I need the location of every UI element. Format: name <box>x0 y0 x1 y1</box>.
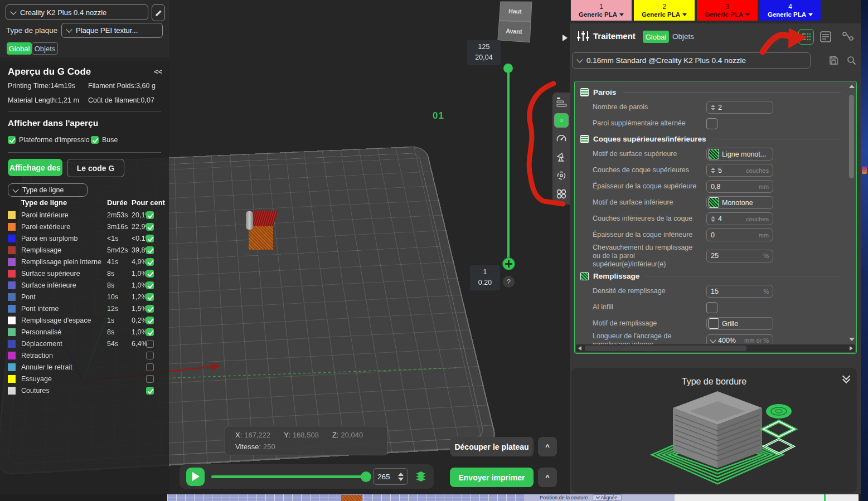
layer-slider-bottom-handle[interactable] <box>502 257 515 270</box>
tab-objects[interactable]: Objets <box>32 42 58 55</box>
slice-plate-button[interactable]: Découper le plateau <box>450 437 534 456</box>
printer-select[interactable]: Creality K2 Plus 0.4 nozzle <box>6 4 148 20</box>
view-cube-top-face[interactable]: Haut <box>499 2 532 22</box>
line-visibility-checkbox[interactable] <box>146 258 154 266</box>
print-options-button[interactable]: ^ <box>538 468 557 487</box>
line-visibility-checkbox[interactable] <box>146 270 154 278</box>
compare-nodes-icon[interactable] <box>842 31 855 43</box>
setting-control[interactable]: 0mm <box>706 228 773 241</box>
send-print-button[interactable]: Envoyer imprimer <box>450 468 534 487</box>
flow-tool[interactable] <box>554 187 569 201</box>
setting-control[interactable]: Ligne monot... <box>706 148 773 160</box>
checkbox-checked-icon[interactable] <box>8 136 16 144</box>
filament-slot-1[interactable]: 1Generic PLA <box>571 0 632 21</box>
animation-progress-slider[interactable] <box>211 475 366 478</box>
layer-slider-top-handle[interactable] <box>503 64 513 73</box>
process-tab-objects[interactable]: Objets <box>672 32 694 41</box>
line-visibility-checkbox[interactable] <box>146 293 154 301</box>
radar-tool[interactable] <box>554 150 569 164</box>
line-visibility-checkbox[interactable] <box>146 223 154 231</box>
show-nozzle-option[interactable]: Buse <box>91 136 118 144</box>
setting-control[interactable]: Grille <box>706 317 773 330</box>
scroll-down-icon[interactable] <box>849 338 855 341</box>
settings-scroll-area[interactable]: ParoisNombre de parois2Paroi supplémenta… <box>574 81 857 354</box>
tab-global[interactable]: Global <box>7 42 32 55</box>
profile-select[interactable]: 0.16mm Standard @Creality K2 Plus 0.4 no… <box>572 52 811 69</box>
collapse-panel-arrow-icon[interactable] <box>562 35 568 41</box>
view-cube-front-face[interactable]: Avant <box>497 21 531 42</box>
gcode-text-button[interactable]: Le code G <box>67 159 124 177</box>
parameter-table-icon[interactable] <box>820 31 831 42</box>
scroll-left-icon[interactable] <box>578 346 581 351</box>
stepper-icon[interactable] <box>711 216 715 222</box>
parameter-list-button[interactable] <box>798 29 814 45</box>
line-visibility-checkbox[interactable] <box>146 352 154 359</box>
line-visibility-checkbox[interactable] <box>146 340 154 348</box>
setting-checkbox[interactable] <box>706 118 717 129</box>
setting-checkbox[interactable] <box>706 302 717 313</box>
line-type-row: Pont10s1,2% <box>0 291 169 303</box>
step-spinner[interactable]: 265 <box>373 468 408 485</box>
setting-control[interactable]: 4couches <box>706 212 773 225</box>
save-icon[interactable] <box>829 56 838 65</box>
setting-control[interactable]: 15% <box>706 285 773 298</box>
scroll-up-icon[interactable] <box>849 85 855 88</box>
slice-options-button[interactable]: ^ <box>538 437 557 456</box>
layers-icon[interactable] <box>415 471 427 482</box>
setting-value: 0 <box>711 231 715 239</box>
setting-value: 5 <box>718 167 722 174</box>
horizontal-scroll-thumb[interactable] <box>585 346 746 351</box>
setting-control[interactable]: 25% <box>706 250 773 262</box>
setting-control[interactable]: 5couches <box>706 164 773 177</box>
setting-control[interactable]: 0,8mm <box>706 180 773 193</box>
stepper-icon[interactable] <box>398 473 404 481</box>
view-cube[interactable]: Haut Avant <box>497 2 531 43</box>
layer-top-tooltip: 125 20,04 <box>467 40 501 65</box>
line-visibility-checkbox[interactable] <box>146 317 154 324</box>
line-visibility-checkbox[interactable] <box>146 363 154 371</box>
line-type-label: Rétraction <box>21 352 53 359</box>
line-visibility-checkbox[interactable] <box>146 375 154 383</box>
collapse-card-button[interactable]: << <box>154 67 162 76</box>
line-visibility-checkbox[interactable] <box>146 328 154 336</box>
search-icon[interactable] <box>847 56 856 65</box>
checkbox-checked-icon[interactable] <box>91 136 99 144</box>
show-plate-option[interactable]: Plateforme d'impressio <box>8 136 90 144</box>
line-visibility-checkbox[interactable] <box>146 305 154 313</box>
line-color-swatch <box>8 211 16 219</box>
plate-view-tool[interactable] <box>554 113 569 128</box>
setting-control[interactable]: Monotone <box>706 196 773 209</box>
line-type-filter-select[interactable]: Type de ligne <box>8 183 88 197</box>
layer-slider-track[interactable] <box>507 70 510 262</box>
sliced-object[interactable] <box>249 225 273 250</box>
edit-printer-button[interactable] <box>152 4 165 21</box>
line-visibility-checkbox[interactable] <box>146 246 154 254</box>
vertical-scrollbar[interactable] <box>848 82 855 343</box>
setting-control[interactable]: 2 <box>706 101 773 114</box>
filament-slot-4[interactable]: 4Generic PLA <box>760 0 821 21</box>
line-width-tool[interactable] <box>554 95 569 109</box>
setting-value: 4 <box>718 215 722 223</box>
stepper-icon[interactable] <box>711 105 715 110</box>
filament-slot-3[interactable]: 3Generic PLA <box>697 0 758 21</box>
vertical-scroll-thumb[interactable] <box>849 95 854 178</box>
animation-progress-handle[interactable] <box>361 471 371 482</box>
target-tool[interactable] <box>554 168 569 183</box>
line-color-swatch <box>8 387 16 395</box>
line-visibility-checkbox[interactable] <box>146 211 154 219</box>
play-button[interactable] <box>186 468 205 486</box>
help-button[interactable]: ? <box>503 276 515 288</box>
chevron-double-down-icon[interactable] <box>843 376 849 382</box>
speed-tool[interactable] <box>554 132 569 146</box>
line-visibility-checkbox[interactable] <box>146 281 154 289</box>
line-color-swatch <box>8 281 16 289</box>
process-tab-global[interactable]: Global <box>643 31 669 43</box>
plate-type-select[interactable]: Plaque PEI textur... <box>61 23 163 38</box>
scroll-right-icon[interactable] <box>850 346 853 351</box>
filament-slot-2[interactable]: 2Generic PLA <box>634 0 695 21</box>
line-visibility-checkbox[interactable] <box>146 235 154 242</box>
stepper-icon[interactable] <box>711 168 715 173</box>
display-mode-button[interactable]: Affichage des <box>8 159 62 176</box>
line-visibility-checkbox[interactable] <box>146 387 154 395</box>
horizontal-scrollbar[interactable] <box>576 344 855 352</box>
